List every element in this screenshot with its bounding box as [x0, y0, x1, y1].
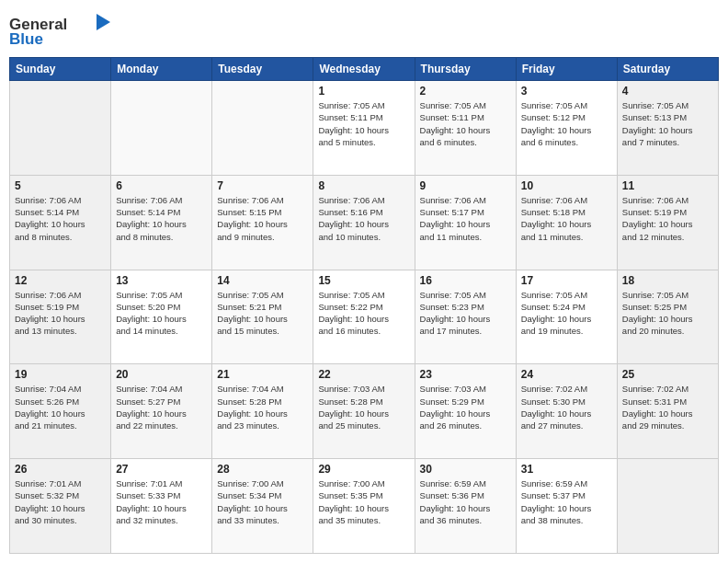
day-number: 21	[217, 368, 308, 381]
day-number: 7	[217, 179, 308, 192]
day-number: 20	[116, 368, 207, 381]
weekday-saturday: Saturday	[617, 58, 718, 81]
day-info: Sunrise: 7:05 AM Sunset: 5:11 PM Dayligh…	[318, 99, 409, 148]
day-number: 18	[622, 274, 713, 287]
day-cell: 22Sunrise: 7:03 AM Sunset: 5:28 PM Dayli…	[313, 364, 415, 459]
day-cell: 11Sunrise: 7:06 AM Sunset: 5:19 PM Dayli…	[617, 175, 718, 270]
day-info: Sunrise: 7:00 AM Sunset: 5:35 PM Dayligh…	[318, 477, 409, 526]
day-cell: 15Sunrise: 7:05 AM Sunset: 5:22 PM Dayli…	[313, 270, 415, 364]
header: General Blue	[9, 9, 719, 50]
day-cell: 21Sunrise: 7:04 AM Sunset: 5:28 PM Dayli…	[212, 364, 313, 459]
day-number: 22	[318, 368, 409, 381]
day-info: Sunrise: 7:06 AM Sunset: 5:14 PM Dayligh…	[116, 194, 207, 243]
day-info: Sunrise: 7:05 AM Sunset: 5:13 PM Dayligh…	[622, 99, 713, 148]
day-cell: 1Sunrise: 7:05 AM Sunset: 5:11 PM Daylig…	[313, 81, 415, 176]
day-info: Sunrise: 7:04 AM Sunset: 5:28 PM Dayligh…	[217, 383, 308, 431]
day-cell: 13Sunrise: 7:05 AM Sunset: 5:20 PM Dayli…	[111, 270, 212, 364]
day-cell: 26Sunrise: 7:01 AM Sunset: 5:32 PM Dayli…	[10, 459, 111, 554]
day-cell: 29Sunrise: 7:00 AM Sunset: 5:35 PM Dayli…	[313, 459, 415, 554]
week-row-2: 5Sunrise: 7:06 AM Sunset: 5:14 PM Daylig…	[10, 175, 719, 270]
logo-svg: General Blue	[9, 9, 110, 46]
day-info: Sunrise: 7:06 AM Sunset: 5:17 PM Dayligh…	[420, 194, 511, 243]
day-info: Sunrise: 7:05 AM Sunset: 5:11 PM Dayligh…	[420, 99, 511, 148]
day-number: 9	[420, 179, 511, 192]
day-cell	[617, 459, 718, 554]
day-info: Sunrise: 7:04 AM Sunset: 5:26 PM Dayligh…	[15, 383, 106, 431]
svg-text:Blue: Blue	[9, 30, 43, 46]
day-number: 30	[420, 463, 511, 476]
day-cell: 23Sunrise: 7:03 AM Sunset: 5:29 PM Dayli…	[415, 364, 516, 459]
day-cell: 6Sunrise: 7:06 AM Sunset: 5:14 PM Daylig…	[111, 175, 212, 270]
weekday-friday: Friday	[516, 58, 617, 81]
day-cell: 7Sunrise: 7:06 AM Sunset: 5:15 PM Daylig…	[212, 175, 313, 270]
day-cell: 18Sunrise: 7:05 AM Sunset: 5:25 PM Dayli…	[617, 270, 718, 364]
calendar-table: SundayMondayTuesdayWednesdayThursdayFrid…	[9, 57, 719, 554]
day-info: Sunrise: 7:00 AM Sunset: 5:34 PM Dayligh…	[217, 477, 308, 526]
day-number: 5	[15, 179, 106, 192]
day-number: 1	[318, 85, 409, 98]
day-cell: 12Sunrise: 7:06 AM Sunset: 5:19 PM Dayli…	[10, 270, 111, 364]
day-info: Sunrise: 7:06 AM Sunset: 5:16 PM Dayligh…	[318, 194, 409, 243]
day-number: 2	[420, 85, 511, 98]
day-info: Sunrise: 6:59 AM Sunset: 5:36 PM Dayligh…	[420, 477, 511, 526]
day-info: Sunrise: 7:05 AM Sunset: 5:20 PM Dayligh…	[116, 289, 207, 338]
svg-marker-1	[97, 14, 110, 30]
day-cell: 2Sunrise: 7:05 AM Sunset: 5:11 PM Daylig…	[415, 81, 516, 176]
day-number: 10	[521, 179, 612, 192]
day-number: 28	[217, 463, 308, 476]
day-cell: 14Sunrise: 7:05 AM Sunset: 5:21 PM Dayli…	[212, 270, 313, 364]
weekday-header-row: SundayMondayTuesdayWednesdayThursdayFrid…	[10, 58, 719, 81]
day-info: Sunrise: 7:05 AM Sunset: 5:24 PM Dayligh…	[521, 289, 612, 338]
day-info: Sunrise: 7:03 AM Sunset: 5:28 PM Dayligh…	[318, 383, 409, 431]
day-number: 14	[217, 274, 308, 287]
day-cell: 3Sunrise: 7:05 AM Sunset: 5:12 PM Daylig…	[516, 81, 617, 176]
day-number: 26	[15, 463, 106, 476]
day-info: Sunrise: 7:01 AM Sunset: 5:33 PM Dayligh…	[116, 477, 207, 526]
logo-content: General Blue	[9, 9, 110, 50]
day-cell: 9Sunrise: 7:06 AM Sunset: 5:17 PM Daylig…	[415, 175, 516, 270]
day-number: 25	[622, 368, 713, 381]
day-cell: 19Sunrise: 7:04 AM Sunset: 5:26 PM Dayli…	[10, 364, 111, 459]
weekday-sunday: Sunday	[10, 58, 111, 81]
day-cell	[212, 81, 313, 176]
day-cell: 24Sunrise: 7:02 AM Sunset: 5:30 PM Dayli…	[516, 364, 617, 459]
day-cell: 8Sunrise: 7:06 AM Sunset: 5:16 PM Daylig…	[313, 175, 415, 270]
day-cell	[111, 81, 212, 176]
day-number: 16	[420, 274, 511, 287]
day-cell: 5Sunrise: 7:06 AM Sunset: 5:14 PM Daylig…	[10, 175, 111, 270]
day-info: Sunrise: 7:05 AM Sunset: 5:21 PM Dayligh…	[217, 289, 308, 338]
day-cell	[10, 81, 111, 176]
day-info: Sunrise: 7:01 AM Sunset: 5:32 PM Dayligh…	[15, 477, 106, 526]
logo: General Blue	[9, 9, 110, 50]
day-info: Sunrise: 7:06 AM Sunset: 5:19 PM Dayligh…	[622, 194, 713, 243]
day-number: 29	[318, 463, 409, 476]
day-number: 31	[521, 463, 612, 476]
day-cell: 4Sunrise: 7:05 AM Sunset: 5:13 PM Daylig…	[617, 81, 718, 176]
day-info: Sunrise: 7:06 AM Sunset: 5:15 PM Dayligh…	[217, 194, 308, 243]
day-info: Sunrise: 7:05 AM Sunset: 5:22 PM Dayligh…	[318, 289, 409, 338]
day-number: 6	[116, 179, 207, 192]
weekday-monday: Monday	[111, 58, 212, 81]
day-cell: 16Sunrise: 7:05 AM Sunset: 5:23 PM Dayli…	[415, 270, 516, 364]
week-row-5: 26Sunrise: 7:01 AM Sunset: 5:32 PM Dayli…	[10, 459, 719, 554]
day-info: Sunrise: 7:02 AM Sunset: 5:31 PM Dayligh…	[622, 383, 713, 431]
page: General Blue SundayMondayTuesdayWednesda…	[0, 0, 728, 563]
day-number: 19	[15, 368, 106, 381]
day-cell: 25Sunrise: 7:02 AM Sunset: 5:31 PM Dayli…	[617, 364, 718, 459]
day-info: Sunrise: 7:04 AM Sunset: 5:27 PM Dayligh…	[116, 383, 207, 431]
day-info: Sunrise: 7:05 AM Sunset: 5:12 PM Dayligh…	[521, 99, 612, 148]
day-info: Sunrise: 6:59 AM Sunset: 5:37 PM Dayligh…	[521, 477, 612, 526]
day-info: Sunrise: 7:06 AM Sunset: 5:19 PM Dayligh…	[15, 289, 106, 338]
day-info: Sunrise: 7:06 AM Sunset: 5:18 PM Dayligh…	[521, 194, 612, 243]
day-number: 4	[622, 85, 713, 98]
weekday-thursday: Thursday	[415, 58, 516, 81]
day-info: Sunrise: 7:06 AM Sunset: 5:14 PM Dayligh…	[15, 194, 106, 243]
day-cell: 28Sunrise: 7:00 AM Sunset: 5:34 PM Dayli…	[212, 459, 313, 554]
week-row-3: 12Sunrise: 7:06 AM Sunset: 5:19 PM Dayli…	[10, 270, 719, 364]
day-cell: 30Sunrise: 6:59 AM Sunset: 5:36 PM Dayli…	[415, 459, 516, 554]
weekday-wednesday: Wednesday	[313, 58, 415, 81]
day-cell: 20Sunrise: 7:04 AM Sunset: 5:27 PM Dayli…	[111, 364, 212, 459]
day-number: 24	[521, 368, 612, 381]
day-info: Sunrise: 7:02 AM Sunset: 5:30 PM Dayligh…	[521, 383, 612, 431]
day-info: Sunrise: 7:05 AM Sunset: 5:25 PM Dayligh…	[622, 289, 713, 338]
